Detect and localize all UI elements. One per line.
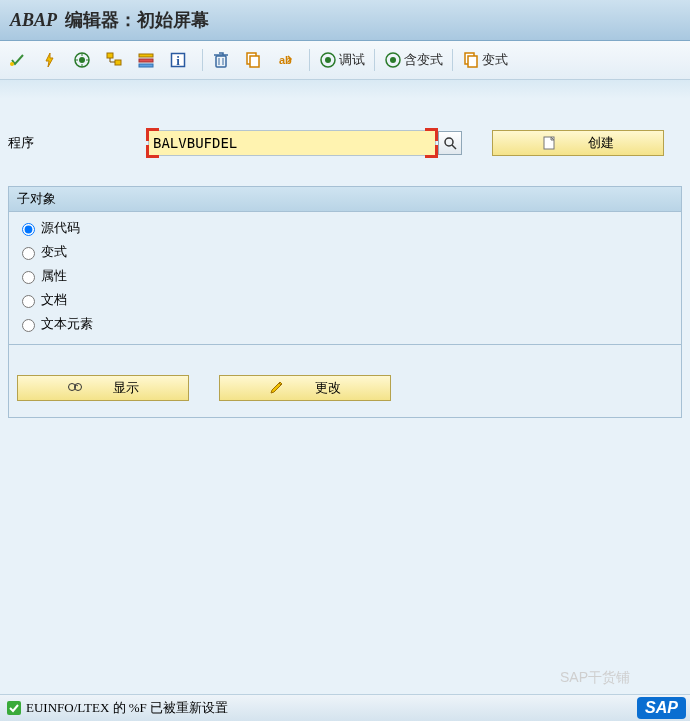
execute-icon[interactable] — [70, 47, 100, 73]
activate-icon[interactable] — [38, 47, 68, 73]
status-bar: EUINFO/LTEX 的 %F 已被重新设置 SAP — [0, 694, 690, 721]
program-input[interactable] — [148, 130, 436, 156]
watermark: SAP干货铺 — [560, 669, 630, 687]
search-help-button[interactable] — [438, 131, 462, 155]
status-ok-icon — [6, 700, 22, 716]
info-icon[interactable]: i — [166, 47, 196, 73]
toolbar-separator — [374, 49, 375, 71]
svg-point-2 — [79, 57, 85, 63]
radio-text-elements-input[interactable] — [22, 319, 35, 332]
toolbar-separator — [452, 49, 453, 71]
rename-icon[interactable]: ab — [273, 47, 303, 73]
variant-label: 变式 — [482, 51, 508, 69]
create-button[interactable]: 创建 — [492, 130, 664, 156]
display-button[interactable]: 显示 — [17, 375, 189, 401]
variant-button[interactable]: 变式 — [459, 47, 511, 73]
delete-icon[interactable] — [209, 47, 239, 73]
title-text: 编辑器：初始屏幕 — [65, 8, 209, 32]
toolbar: i ab 调试 含变式 变式 — [0, 41, 690, 80]
copy-icon[interactable] — [241, 47, 271, 73]
svg-point-20 — [445, 138, 453, 146]
svg-point-0 — [10, 62, 14, 66]
radio-attributes-input[interactable] — [22, 271, 35, 284]
action-row: 显示 更改 — [8, 345, 682, 418]
radio-source-input[interactable] — [22, 223, 35, 236]
svg-rect-12 — [250, 56, 259, 67]
title-bar: ABAP 编辑器：初始屏幕 — [0, 0, 690, 41]
radio-variant-input[interactable] — [22, 247, 35, 260]
svg-rect-7 — [139, 64, 153, 67]
create-label: 创建 — [588, 134, 614, 152]
display-label: 显示 — [113, 379, 139, 397]
object-list-icon[interactable] — [134, 47, 164, 73]
svg-rect-4 — [115, 60, 121, 65]
check-icon[interactable] — [6, 47, 36, 73]
svg-rect-3 — [107, 53, 113, 58]
radio-source[interactable]: 源代码 — [9, 216, 681, 240]
content-area: 程序 创建 子对象 源代码 变式 属性 — [0, 80, 690, 700]
debug-label: 调试 — [339, 51, 365, 69]
radio-text-elements[interactable]: 文本元素 — [9, 312, 681, 336]
svg-rect-10 — [216, 56, 226, 67]
program-input-wrap — [148, 130, 436, 156]
svg-rect-19 — [468, 56, 477, 67]
program-row: 程序 创建 — [0, 80, 690, 156]
toolbar-separator — [202, 49, 203, 71]
radio-attributes[interactable]: 属性 — [9, 264, 681, 288]
where-used-icon[interactable] — [102, 47, 132, 73]
radio-docs-input[interactable] — [22, 295, 35, 308]
toolbar-separator — [309, 49, 310, 71]
with-variant-label: 含变式 — [404, 51, 443, 69]
status-text: EUINFO/LTEX 的 %F 已被重新设置 — [26, 699, 228, 717]
subobject-title: 子对象 — [9, 187, 681, 212]
change-label: 更改 — [315, 379, 341, 397]
subobject-panel: 子对象 源代码 变式 属性 文档 文本元素 — [8, 186, 682, 345]
svg-rect-24 — [7, 701, 21, 715]
sap-logo: SAP — [637, 697, 686, 719]
svg-rect-6 — [139, 59, 153, 62]
debug-button[interactable]: 调试 — [316, 47, 368, 73]
change-button[interactable]: 更改 — [219, 375, 391, 401]
with-variant-button[interactable]: 含变式 — [381, 47, 446, 73]
svg-point-17 — [390, 57, 396, 63]
svg-rect-5 — [139, 54, 153, 57]
svg-point-15 — [325, 57, 331, 63]
svg-text:i: i — [176, 53, 180, 68]
title-app: ABAP — [10, 10, 57, 31]
radio-docs[interactable]: 文档 — [9, 288, 681, 312]
subobject-body: 源代码 变式 属性 文档 文本元素 — [9, 212, 681, 344]
radio-variant[interactable]: 变式 — [9, 240, 681, 264]
program-label: 程序 — [8, 134, 148, 152]
